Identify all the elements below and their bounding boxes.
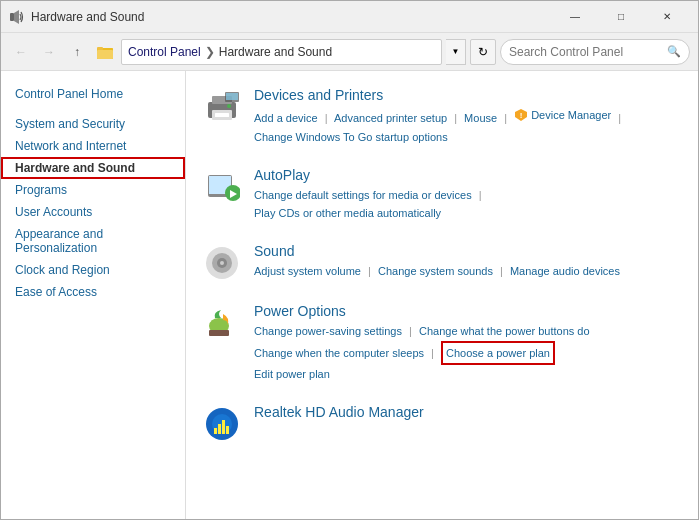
folder-icon — [95, 42, 115, 62]
sidebar-item-programs[interactable]: Programs — [1, 179, 185, 201]
svg-rect-27 — [214, 428, 217, 434]
title-bar: Hardware and Sound — □ ✕ — [1, 1, 698, 33]
devices-title[interactable]: Devices and Printers — [254, 87, 682, 103]
svg-rect-30 — [226, 426, 229, 434]
autoplay-title[interactable]: AutoPlay — [254, 167, 682, 183]
section-realtek: Realtek HD Audio Manager — [202, 404, 682, 444]
svg-text:!: ! — [520, 111, 523, 120]
svg-rect-4 — [97, 50, 113, 59]
sound-icon — [202, 243, 242, 283]
play-cds-link[interactable]: Play CDs or other media automatically — [254, 207, 441, 219]
shield-icon: ! — [514, 108, 528, 122]
computer-sleeps-link[interactable]: Change when the computer sleeps — [254, 347, 424, 359]
power-title[interactable]: Power Options — [254, 303, 682, 319]
search-icon: 🔍 — [667, 45, 681, 58]
power-icon — [202, 303, 242, 343]
autoplay-links: Change default settings for media or dev… — [254, 186, 682, 223]
sound-title[interactable]: Sound — [254, 243, 682, 259]
devices-icon — [202, 87, 242, 127]
search-box[interactable]: 🔍 — [500, 39, 690, 65]
device-manager-link[interactable]: Device Manager — [531, 106, 611, 125]
sidebar: Control Panel Home System and Security N… — [1, 71, 186, 519]
adjust-volume-link[interactable]: Adjust system volume — [254, 265, 361, 277]
content-area: Devices and Printers Add a device | Adva… — [186, 71, 698, 519]
manage-audio-link[interactable]: Manage audio devices — [510, 265, 620, 277]
section-sound: Sound Adjust system volume | Change syst… — [202, 243, 682, 283]
realtek-icon — [202, 404, 242, 444]
svg-rect-9 — [215, 113, 229, 117]
window-title: Hardware and Sound — [31, 10, 552, 24]
devices-body: Devices and Printers Add a device | Adva… — [254, 87, 682, 147]
section-devices: Devices and Printers Add a device | Adva… — [202, 87, 682, 147]
sidebar-item-system[interactable]: System and Security — [1, 113, 185, 135]
power-saving-link[interactable]: Change power-saving settings — [254, 325, 402, 337]
svg-point-10 — [227, 104, 231, 108]
sidebar-item-network[interactable]: Network and Internet — [1, 135, 185, 157]
address-bar: ← → ↑ Control Panel ❯ Hardware and Sound… — [1, 33, 698, 71]
choose-power-plan-link[interactable]: Choose a power plan — [446, 347, 550, 359]
back-button[interactable]: ← — [9, 40, 33, 64]
window: Hardware and Sound — □ ✕ ← → ↑ Control P… — [0, 0, 699, 520]
section-autoplay: AutoPlay Change default settings for med… — [202, 167, 682, 223]
power-buttons-link[interactable]: Change what the power buttons do — [419, 325, 590, 337]
breadcrumb-control-panel[interactable]: Control Panel — [128, 45, 201, 59]
sound-links: Adjust system volume | Change system sou… — [254, 262, 682, 281]
mouse-link[interactable]: Mouse — [464, 112, 497, 124]
choose-power-plan-highlight: Choose a power plan — [441, 341, 555, 366]
breadcrumb-hardware-sound[interactable]: Hardware and Sound — [219, 45, 332, 59]
address-path[interactable]: Control Panel ❯ Hardware and Sound — [121, 39, 442, 65]
sidebar-item-hardware[interactable]: Hardware and Sound — [1, 157, 185, 179]
svg-rect-28 — [218, 424, 221, 434]
svg-rect-5 — [97, 47, 103, 50]
windows-go-link[interactable]: Change Windows To Go startup options — [254, 131, 448, 143]
devices-links: Add a device | Advanced printer setup | … — [254, 106, 682, 147]
svg-rect-29 — [222, 420, 225, 434]
advanced-printer-link[interactable]: Advanced printer setup — [334, 112, 447, 124]
address-dropdown[interactable]: ▼ — [446, 39, 466, 65]
svg-rect-12 — [226, 93, 238, 100]
section-power: Power Options Change power-saving settin… — [202, 303, 682, 384]
up-button[interactable]: ↑ — [65, 40, 89, 64]
title-bar-controls: — □ ✕ — [552, 1, 690, 33]
maximize-button[interactable]: □ — [598, 1, 644, 33]
sidebar-item-users[interactable]: User Accounts — [1, 201, 185, 223]
close-button[interactable]: ✕ — [644, 1, 690, 33]
sound-body: Sound Adjust system volume | Change syst… — [254, 243, 682, 281]
power-links: Change power-saving settings | Change wh… — [254, 322, 682, 384]
svg-rect-24 — [209, 330, 229, 336]
sidebar-item-home[interactable]: Control Panel Home — [1, 83, 185, 105]
autoplay-body: AutoPlay Change default settings for med… — [254, 167, 682, 223]
sidebar-item-appearance[interactable]: Appearance and Personalization — [1, 223, 185, 259]
svg-rect-0 — [10, 13, 14, 21]
add-device-link[interactable]: Add a device — [254, 112, 318, 124]
power-body: Power Options Change power-saving settin… — [254, 303, 682, 384]
forward-button[interactable]: → — [37, 40, 61, 64]
search-input[interactable] — [509, 45, 667, 59]
svg-point-22 — [220, 261, 224, 265]
autoplay-settings-link[interactable]: Change default settings for media or dev… — [254, 189, 472, 201]
window-icon — [9, 9, 25, 25]
edit-power-plan-link[interactable]: Edit power plan — [254, 368, 330, 380]
main-content: Control Panel Home System and Security N… — [1, 71, 698, 519]
sidebar-item-ease[interactable]: Ease of Access — [1, 281, 185, 303]
autoplay-icon — [202, 167, 242, 207]
realtek-body: Realtek HD Audio Manager — [254, 404, 682, 423]
svg-marker-1 — [14, 10, 19, 24]
realtek-title[interactable]: Realtek HD Audio Manager — [254, 404, 682, 420]
minimize-button[interactable]: — — [552, 1, 598, 33]
change-sounds-link[interactable]: Change system sounds — [378, 265, 493, 277]
sidebar-item-clock[interactable]: Clock and Region — [1, 259, 185, 281]
refresh-button[interactable]: ↻ — [470, 39, 496, 65]
